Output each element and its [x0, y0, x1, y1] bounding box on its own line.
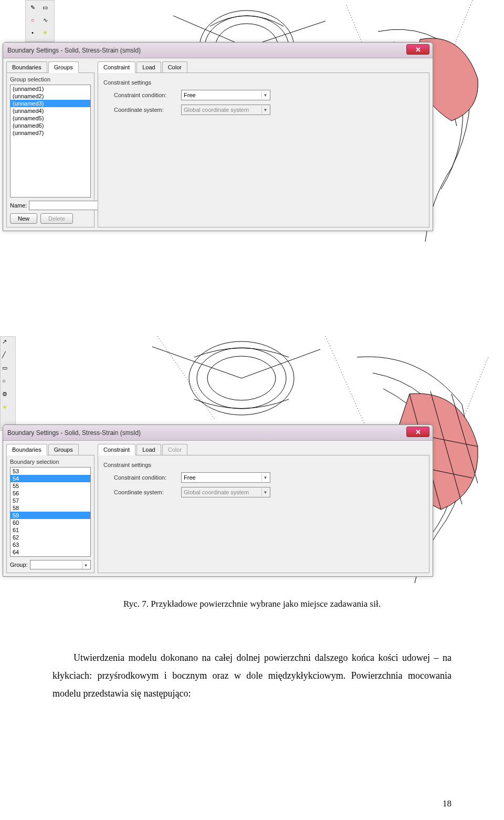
- list-item[interactable]: (unnamed2): [10, 92, 90, 100]
- list-item[interactable]: 58: [10, 504, 90, 512]
- sun2-icon[interactable]: ☀: [2, 404, 14, 416]
- svg-point-5: [189, 341, 294, 415]
- tab-constraint[interactable]: Constraint: [98, 61, 135, 73]
- left-tabs: Boundaries Groups: [6, 61, 94, 72]
- list-item[interactable]: 59: [10, 512, 90, 519]
- chevron-down-icon: ▼: [261, 91, 269, 99]
- close-button[interactable]: ✕: [406, 427, 429, 437]
- group-selection-label: Group selection: [10, 76, 91, 82]
- close-button[interactable]: ✕: [406, 44, 429, 55]
- list-item[interactable]: 53: [10, 468, 90, 475]
- dialog-title: Boundary Settings - Solid, Stress-Strain…: [7, 429, 141, 437]
- list-item[interactable]: 60: [10, 519, 90, 526]
- tab-color[interactable]: Color: [162, 61, 187, 72]
- group-combo[interactable]: ▼: [30, 560, 91, 569]
- list-item[interactable]: 62: [10, 534, 90, 541]
- tab-constraint[interactable]: Constraint: [98, 444, 135, 455]
- boundary-selection-label: Boundary selection: [10, 459, 91, 465]
- svg-line-9: [326, 336, 368, 431]
- chevron-down-icon: ▼: [261, 106, 269, 113]
- circle2-icon[interactable]: ○: [2, 378, 14, 389]
- tab-groups[interactable]: Groups: [48, 61, 79, 73]
- page-number: 18: [443, 798, 452, 809]
- boundary-settings-dialog-1: Boundary Settings - Solid, Stress-Strain…: [3, 42, 433, 231]
- list-item[interactable]: (unnamed1): [10, 85, 90, 92]
- list-item[interactable]: 55: [10, 482, 90, 490]
- list-item[interactable]: 54: [10, 475, 90, 482]
- constraint-settings-label: Constraint settings: [103, 462, 426, 468]
- coord-system-combo: Global coordinate system ▼: [181, 487, 270, 497]
- constraint-condition-label: Constraint condition:: [114, 92, 177, 98]
- curve-icon[interactable]: ∿: [39, 14, 51, 26]
- tab-load[interactable]: Load: [136, 61, 161, 72]
- list-item[interactable]: (unnamed7): [10, 129, 90, 137]
- side-tool-palette: ↗ ╱ ▭ ○ ⚙ ☀: [0, 336, 16, 431]
- new-button[interactable]: New: [10, 213, 37, 224]
- body-paragraph: Utwierdzenia modelu dokonano na całej do…: [52, 649, 452, 703]
- point-icon[interactable]: •: [27, 27, 38, 38]
- right-tabs: Constraint Load Color: [98, 444, 429, 455]
- svg-point-6: [197, 348, 286, 409]
- rect-icon[interactable]: ▭: [39, 2, 51, 13]
- list-item[interactable]: (unnamed6): [10, 122, 90, 129]
- chevron-down-icon: ▼: [261, 489, 269, 496]
- svg-line-8: [158, 336, 215, 420]
- circle-icon[interactable]: ○: [27, 14, 38, 26]
- figure-caption: Ryc. 7. Przykładowe powierzchnie wybrane…: [52, 599, 452, 609]
- group-label: Group:: [10, 562, 28, 568]
- titlebar[interactable]: Boundary Settings - Solid, Stress-Strain…: [3, 43, 433, 58]
- left-tabs: Boundaries Groups: [6, 444, 94, 455]
- coord-system-label: Coordinate system:: [114, 489, 177, 495]
- select-icon[interactable]: ▭: [2, 365, 14, 376]
- svg-point-7: [207, 356, 276, 400]
- list-item[interactable]: 56: [10, 490, 90, 497]
- constraint-condition-label: Constraint condition:: [114, 474, 177, 481]
- constraint-condition-combo[interactable]: Free ▼: [181, 90, 270, 100]
- coord-system-label: Coordinate system:: [114, 107, 177, 113]
- tab-groups[interactable]: Groups: [48, 444, 79, 455]
- chevron-down-icon: ▼: [82, 562, 89, 569]
- sun-icon[interactable]: ☀: [39, 27, 51, 38]
- constraint-settings-label: Constraint settings: [103, 79, 426, 86]
- list-item[interactable]: 61: [10, 526, 90, 534]
- svg-line-3: [430, 0, 472, 105]
- arrow-icon[interactable]: ↗: [2, 338, 14, 350]
- tab-color: Color: [162, 444, 187, 455]
- dialog-title: Boundary Settings - Solid, Stress-Strain…: [7, 47, 141, 54]
- tab-boundaries[interactable]: Boundaries: [6, 444, 47, 455]
- pencil-icon[interactable]: ✎: [27, 2, 38, 13]
- chevron-down-icon: ▼: [261, 474, 269, 481]
- name-label: Name:: [10, 202, 27, 209]
- titlebar[interactable]: Boundary Settings - Solid, Stress-Strain…: [3, 425, 433, 441]
- tab-boundaries[interactable]: Boundaries: [6, 61, 47, 72]
- boundary-settings-dialog-2: Boundary Settings - Solid, Stress-Strain…: [3, 424, 433, 577]
- gear-icon[interactable]: ⚙: [2, 391, 14, 402]
- line-icon[interactable]: ╱: [2, 351, 14, 363]
- constraint-condition-combo[interactable]: Free ▼: [181, 472, 270, 483]
- group-listbox[interactable]: (unnamed1)(unnamed2)(unnamed3)(unnamed4)…: [10, 85, 91, 198]
- list-item[interactable]: 63: [10, 541, 90, 548]
- list-item[interactable]: 57: [10, 497, 90, 504]
- right-tabs: Constraint Load Color: [98, 61, 429, 72]
- coord-system-combo: Global coordinate system ▼: [181, 105, 270, 115]
- boundary-listbox[interactable]: 535455565758596061626364: [10, 467, 91, 557]
- list-item[interactable]: (unnamed3): [10, 100, 90, 107]
- list-item[interactable]: (unnamed4): [10, 107, 90, 115]
- svg-line-10: [441, 357, 488, 473]
- delete-button[interactable]: Delete: [40, 213, 73, 224]
- list-item[interactable]: 64: [10, 548, 90, 556]
- list-item[interactable]: (unnamed5): [10, 115, 90, 122]
- tab-load[interactable]: Load: [136, 444, 161, 455]
- tool-palette: ✎ ▭ ○ ∿ • ☀ ✕: [25, 0, 55, 42]
